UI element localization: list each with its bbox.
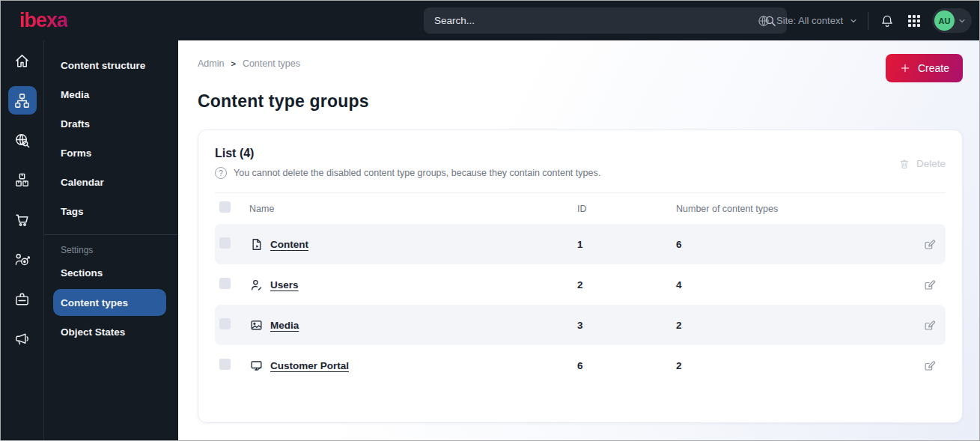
image-icon — [249, 318, 264, 332]
group-content-type-count: 6 — [676, 239, 923, 250]
sitemap-icon — [13, 92, 31, 109]
table-row: Media 3 2 — [215, 305, 946, 345]
edit-icon[interactable] — [923, 279, 936, 291]
user-icon — [249, 278, 264, 292]
table-row: Users 2 4 — [215, 264, 946, 305]
sidebar-item-forms[interactable]: Forms — [44, 139, 178, 168]
content-type-groups-table: Name ID Number of content types Content … — [215, 192, 946, 386]
column-header-count: Number of content types — [676, 204, 923, 214]
sidebar-item-drafts[interactable]: Drafts — [44, 109, 178, 139]
main-content: Admin > Content types Create Content typ… — [178, 40, 979, 440]
list-hint: You cannot delete the disabled content t… — [234, 168, 600, 178]
sidebar-item-sections[interactable]: Sections — [44, 258, 178, 288]
rail-item-product-catalog[interactable] — [13, 171, 31, 189]
row-checkbox[interactable] — [219, 237, 231, 249]
rail-item-content[interactable] — [8, 86, 37, 115]
chevron-down-icon — [958, 16, 967, 25]
row-checkbox[interactable] — [219, 278, 231, 289]
table-row: Customer Portal 6 2 — [215, 345, 946, 386]
topbar: ibexa Site: All context — [1, 1, 979, 40]
id-badge-icon — [13, 291, 31, 308]
page-title: Content type groups — [198, 91, 963, 112]
group-name-link[interactable]: Customer Portal — [270, 360, 349, 371]
select-all-checkbox[interactable] — [219, 201, 231, 213]
file-icon — [249, 237, 264, 252]
group-content-type-count: 2 — [676, 360, 923, 371]
sidebar-item-content-structure[interactable]: Content structure — [44, 51, 178, 80]
search-input[interactable] — [424, 15, 764, 26]
plus-icon — [899, 62, 911, 74]
home-icon — [13, 52, 31, 70]
list-title: List (4) — [215, 147, 600, 160]
app-window: ibexa Site: All context — [0, 0, 980, 441]
rail-item-marketing[interactable] — [13, 329, 31, 347]
breadcrumb-separator: > — [231, 59, 235, 68]
breadcrumb-admin[interactable]: Admin — [198, 58, 224, 69]
sidebar-section-label: Settings — [44, 235, 178, 258]
group-id: 3 — [577, 320, 676, 331]
rail-item-personalization[interactable] — [13, 250, 31, 268]
rail-item-admin[interactable] — [13, 290, 31, 308]
group-id: 6 — [577, 360, 676, 371]
topbar-divider — [868, 12, 868, 30]
rail-item-search[interactable] — [13, 131, 31, 149]
group-content-type-count: 2 — [676, 320, 923, 331]
edit-icon[interactable] — [923, 238, 936, 251]
user-menu[interactable]: AU — [932, 8, 972, 33]
column-header-name: Name — [249, 204, 577, 214]
notifications-bell-icon[interactable] — [878, 12, 896, 30]
nav-rail — [1, 40, 44, 440]
group-content-type-count: 4 — [676, 279, 923, 291]
group-id: 2 — [577, 279, 676, 291]
breadcrumb: Admin > Content types — [198, 58, 300, 69]
table-header-row: Name ID Number of content types — [215, 192, 946, 224]
breadcrumb-current: Content types — [243, 58, 300, 69]
avatar: AU — [934, 10, 955, 31]
edit-icon[interactable] — [923, 319, 936, 332]
rail-item-home[interactable] — [13, 52, 31, 70]
app-grid-icon[interactable] — [906, 13, 922, 29]
cart-icon — [13, 211, 31, 228]
ibexa-logo[interactable]: ibexa — [19, 10, 67, 31]
topbar-right-cluster: Site: All context AU — [757, 1, 972, 40]
sidebar-item-content-types[interactable]: Content types — [53, 289, 166, 316]
globe-icon — [757, 14, 770, 28]
row-checkbox[interactable] — [219, 359, 231, 370]
globe-search-icon — [13, 132, 31, 149]
edit-icon[interactable] — [923, 359, 936, 372]
delete-button[interactable]: Delete — [898, 158, 946, 170]
sidebar-item-media[interactable]: Media — [44, 80, 178, 109]
row-checkbox[interactable] — [219, 318, 231, 329]
help-icon: ? — [215, 167, 227, 179]
monitor-icon — [249, 359, 264, 373]
site-context-label: Site: All context — [776, 15, 843, 26]
group-name-link[interactable]: Users — [270, 279, 299, 291]
rail-item-commerce[interactable] — [13, 210, 31, 228]
create-button[interactable]: Create — [886, 54, 963, 82]
global-search[interactable] — [424, 7, 787, 34]
group-name-link[interactable]: Media — [270, 320, 299, 331]
list-card: List (4) ? You cannot delete the disable… — [198, 130, 963, 423]
chevron-down-icon — [849, 16, 858, 25]
megaphone-icon — [13, 330, 31, 347]
target-user-icon — [13, 251, 31, 268]
group-id: 1 — [577, 239, 676, 250]
group-name-link[interactable]: Content — [270, 239, 308, 250]
trash-icon — [898, 158, 910, 170]
boxes-icon — [13, 171, 31, 189]
site-context-selector[interactable]: Site: All context — [757, 14, 858, 28]
sidebar-item-tags[interactable]: Tags — [44, 197, 178, 226]
sidebar-item-object-states[interactable]: Object States — [44, 317, 178, 347]
sidebar-item-calendar[interactable]: Calendar — [44, 168, 178, 197]
table-row: Content 1 6 — [215, 224, 946, 264]
sidebar: Content structureMediaDraftsFormsCalenda… — [44, 40, 178, 440]
column-header-id: ID — [577, 204, 676, 214]
